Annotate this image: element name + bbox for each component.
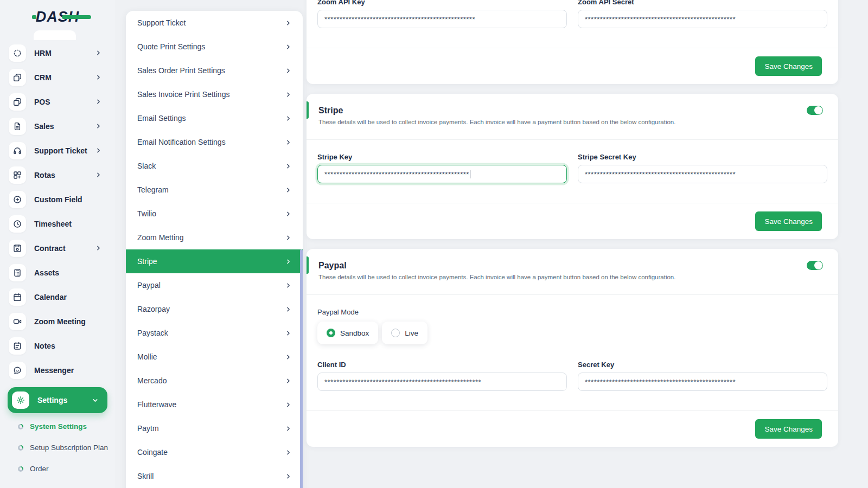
- settings-submenu: System Settings Setup Subscription Plan …: [0, 416, 115, 479]
- stripe-key-label: Stripe Key: [317, 153, 567, 161]
- stripe-secret-key-label: Stripe Secret Key: [578, 153, 827, 161]
- panel-scrollbar[interactable]: [300, 249, 303, 488]
- pos-icon: [13, 98, 22, 106]
- paypal-mode-options: Sandbox Live: [317, 322, 827, 344]
- brand-logo[interactable]: DASH: [36, 9, 80, 31]
- stripe-key-input[interactable]: ****************************************…: [317, 165, 567, 183]
- sidebar-item-crm[interactable]: CRM: [0, 65, 115, 89]
- settings-nav-item-mercado[interactable]: Mercado: [126, 369, 303, 393]
- crm-icon: [13, 73, 22, 82]
- chevron-right-icon: [285, 20, 292, 27]
- sidebar-item-notes[interactable]: Notes: [0, 333, 115, 358]
- settings-nav-item-telegram[interactable]: Telegram: [126, 178, 303, 202]
- paypal-enable-toggle[interactable]: [807, 261, 823, 270]
- live-radio-icon[interactable]: [391, 329, 400, 337]
- settings-nav-item-flutterwave[interactable]: Flutterwave: [126, 393, 303, 416]
- paypal-mode-live-option[interactable]: Live: [382, 322, 427, 344]
- settings-nav-item-paystack[interactable]: Paystack: [126, 321, 303, 345]
- sub-item-bullet-icon: [18, 424, 23, 429]
- chevron-right-icon: [95, 74, 102, 81]
- chevron-right-icon: [285, 306, 292, 313]
- sidebar-item-support-ticket[interactable]: Support Ticket: [0, 138, 115, 163]
- settings-nav-item-razorpay[interactable]: Razorpay: [126, 297, 303, 321]
- paypal-toggle-knob: [814, 261, 822, 269]
- paypal-client-id-group: Client ID ******************************…: [317, 361, 567, 391]
- stripe-save-button[interactable]: Save Changes: [755, 211, 822, 231]
- sidebar-item-settings[interactable]: Settings: [8, 387, 107, 413]
- sidebar-item-zoom-meeting[interactable]: Zoom Meeting: [0, 309, 115, 333]
- chevron-right-icon: [285, 43, 292, 50]
- sidebar-item-calendar[interactable]: Calendar: [0, 285, 115, 309]
- support-ticket-icon: [13, 146, 22, 155]
- paypal-save-button[interactable]: Save Changes: [755, 419, 822, 439]
- settings-nav-item-sales-order-print-settings[interactable]: Sales Order Print Settings: [126, 59, 303, 82]
- chevron-right-icon: [285, 377, 292, 384]
- chevron-right-icon: [285, 210, 292, 217]
- secret-key-input[interactable]: ****************************************…: [578, 373, 827, 391]
- settings-nav-item-mollie[interactable]: Mollie: [126, 345, 303, 369]
- paypal-card-body: Paypal Mode Sandbox Live Client ID *****…: [307, 295, 838, 410]
- sidebar-menu: HRM CRM POS Sales Support Ticket Rotas C…: [0, 41, 115, 479]
- zoom-card-body: Zoom API Key ***************************…: [307, 0, 838, 48]
- app-root: DASH HRM CRM POS Sales Support Ticket Ro…: [0, 0, 868, 488]
- stripe-key-group: Stripe Key *****************************…: [317, 153, 567, 183]
- settings-nav-item-email-settings[interactable]: Email Settings: [126, 106, 303, 130]
- client-id-value: ****************************************…: [324, 378, 481, 386]
- settings-nav-item-coingate[interactable]: Coingate: [126, 440, 303, 464]
- settings-nav-item-quote-print-settings[interactable]: Quote Print Settings: [126, 35, 303, 59]
- sidebar-item-assets[interactable]: Assets: [0, 260, 115, 285]
- stripe-secret-key-input[interactable]: ****************************************…: [578, 165, 827, 183]
- chevron-right-icon: [285, 354, 292, 361]
- settings-nav-item-twilio[interactable]: Twilio: [126, 202, 303, 226]
- chevron-down-icon: [92, 397, 99, 404]
- settings-nav-item-paypal[interactable]: Paypal: [126, 273, 303, 297]
- stripe-toggle-knob: [814, 106, 822, 114]
- chevron-right-icon: [95, 245, 102, 252]
- submenu-item-setup-subscription-plan[interactable]: Setup Subscription Plan: [0, 437, 115, 458]
- sidebar-item-hrm[interactable]: HRM: [0, 41, 115, 65]
- zoom-api-secret-input[interactable]: ****************************************…: [578, 10, 827, 28]
- chevron-right-icon: [285, 425, 292, 432]
- settings-nav-item-slack[interactable]: Slack: [126, 154, 303, 178]
- settings-nav-item-paytm[interactable]: Paytm: [126, 416, 303, 440]
- custom-field-icon: [13, 195, 22, 204]
- chevron-right-icon: [95, 98, 102, 105]
- sidebar-item-messenger[interactable]: Messenger: [0, 358, 115, 382]
- chevron-right-icon: [285, 187, 292, 194]
- sidebar-item-timesheet[interactable]: Timesheet: [0, 211, 115, 236]
- sidebar-item-pos[interactable]: POS: [0, 89, 115, 114]
- settings-nav-item-skrill[interactable]: Skrill: [126, 464, 303, 488]
- sidebar-item-custom-field[interactable]: Custom Field: [0, 187, 115, 211]
- zoom-save-button[interactable]: Save Changes: [755, 56, 822, 76]
- stripe-enable-toggle[interactable]: [807, 106, 823, 115]
- settings-nav-item-zoom-metting[interactable]: Zoom Metting: [126, 226, 303, 249]
- settings-nav-item-support-ticket[interactable]: Support Ticket: [126, 11, 303, 35]
- logo-accent-dot: [32, 15, 36, 19]
- live-label: Live: [405, 329, 418, 337]
- zoom-api-key-input[interactable]: ****************************************…: [317, 10, 567, 28]
- submenu-item-order[interactable]: Order: [0, 458, 115, 479]
- sidebar-item-rotas[interactable]: Rotas: [0, 163, 115, 187]
- zoom-api-key-value: ****************************************…: [324, 15, 475, 23]
- logo-wrap: DASH: [0, 0, 115, 31]
- contract-icon: [13, 244, 22, 253]
- stripe-title: Stripe: [318, 106, 827, 115]
- settings-nav-item-stripe[interactable]: Stripe: [126, 249, 303, 273]
- submenu-item-system-settings[interactable]: System Settings: [0, 416, 115, 437]
- sidebar-item-sales[interactable]: Sales: [0, 114, 115, 138]
- chevron-right-icon: [95, 49, 102, 56]
- text-cursor: [470, 170, 470, 178]
- logo-accent-bar: [62, 15, 91, 19]
- secret-key-label: Secret Key: [578, 361, 827, 369]
- client-id-input[interactable]: ****************************************…: [317, 373, 567, 391]
- timesheet-icon: [13, 220, 22, 228]
- sandbox-radio-icon[interactable]: [327, 329, 335, 337]
- paypal-mode-sandbox-option[interactable]: Sandbox: [317, 322, 378, 344]
- sidebar-item-contract[interactable]: Contract: [0, 236, 115, 260]
- zoom-api-secret-label: Zoom API Secret: [578, 0, 827, 6]
- settings-nav-item-email-notification-settings[interactable]: Email Notification Settings: [126, 130, 303, 154]
- secret-key-value: ****************************************…: [585, 378, 736, 386]
- settings-nav-item-sales-invoice-print-settings[interactable]: Sales Invoice Print Settings: [126, 82, 303, 106]
- messenger-icon: [13, 366, 22, 375]
- chevron-right-icon: [95, 123, 102, 130]
